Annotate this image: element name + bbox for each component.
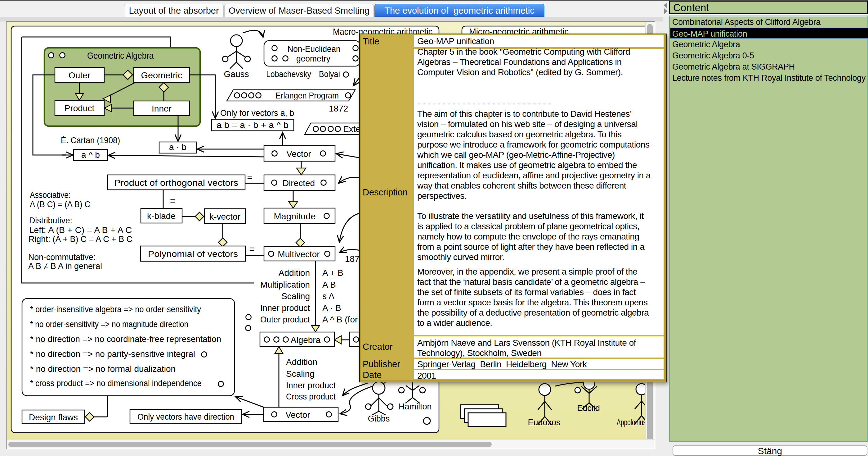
svg-text:* no direction => no formal du: * no direction => no formal dualization: [30, 364, 176, 374]
svg-text:1872: 1872: [329, 104, 348, 113]
svg-text:É. Cartan (1908): É. Cartan (1908): [61, 136, 120, 145]
svg-text:Addition: Addition: [286, 357, 317, 367]
svg-text:Bolyai: Bolyai: [319, 69, 340, 79]
svg-text:a · b: a · b: [169, 142, 186, 152]
svg-text:Gibbs: Gibbs: [368, 414, 390, 423]
svg-text:Outer: Outer: [68, 70, 90, 80]
svg-text:Algebra: Algebra: [291, 335, 321, 345]
svg-text:A ^ B (for: A ^ B (for: [322, 315, 358, 324]
svg-text:Outer product: Outer product: [260, 315, 310, 324]
svg-text:Inner product: Inner product: [260, 303, 310, 313]
svg-text:* no direction => no coordinat: * no direction => no coordinate-free rep…: [30, 334, 221, 344]
svg-text:Only for vectors a, b: Only for vectors a, b: [220, 108, 294, 118]
svg-text:Multivector: Multivector: [278, 250, 319, 259]
svg-text:k-blade: k-blade: [147, 211, 176, 221]
svg-text:Non-Euclidean: Non-Euclidean: [287, 44, 341, 54]
svg-text:Distributive:: Distributive:: [29, 216, 72, 225]
svg-text:Associative:: Associative:: [30, 190, 71, 200]
svg-text:=: =: [247, 172, 252, 182]
svg-text:Geometric: Geometric: [141, 70, 182, 80]
svg-text:Erlangen Program: Erlangen Program: [276, 91, 339, 100]
svg-text:* no order-sensitivity => no m: * no order-sensitivity => no magnitude d…: [30, 319, 188, 329]
svg-text:geometry: geometry: [296, 54, 331, 63]
svg-text:Polynomial of vectors: Polynomial of vectors: [148, 249, 238, 259]
svg-text:Geometric Algebra: Geometric Algebra: [87, 50, 154, 61]
svg-text:A (B + C) = A B + A C: A (B + C) = A B + A C: [48, 225, 132, 235]
svg-text:=: =: [249, 244, 255, 254]
svg-text:* no direction => no parity-se: * no direction => no parity-sensitive in…: [30, 349, 195, 359]
svg-text:Design flaws: Design flaws: [29, 412, 78, 422]
svg-text:Euclid: Euclid: [577, 403, 600, 413]
svg-text:a b = a · b + a ^ b: a b = a · b + a ^ b: [217, 120, 288, 130]
svg-text:s A: s A: [322, 291, 334, 301]
svg-text:Addition: Addition: [279, 268, 310, 278]
svg-text:Vector: Vector: [285, 410, 310, 420]
svg-text:Hamilton: Hamilton: [399, 402, 432, 411]
svg-text:Inner product: Inner product: [286, 380, 336, 390]
svg-text:a ^ b: a ^ b: [81, 150, 100, 160]
svg-text:* cross product => no dimensio: * cross product => no dimensional indepe…: [30, 378, 202, 388]
svg-text:Gauss: Gauss: [224, 69, 249, 79]
svg-text:A (B C) = (A B) C: A (B C) = (A B) C: [30, 199, 90, 209]
svg-text:Only vectors have direction: Only vectors have direction: [137, 412, 234, 422]
svg-text:Scaling: Scaling: [281, 291, 310, 301]
svg-text:A + B: A + B: [322, 268, 343, 278]
svg-text:Product: Product: [64, 104, 95, 113]
svg-text:Cross product: Cross product: [286, 392, 336, 401]
svg-text:Inner: Inner: [152, 104, 172, 113]
svg-text:* order-insensitive algebra =>: * order-insensitive algebra => no order-…: [30, 305, 201, 314]
svg-text:Right: (A + B) C = A C + B C: Right: (A + B) C = A C + B C: [29, 234, 132, 244]
svg-text:Scaling: Scaling: [286, 369, 315, 379]
svg-text:Non-commutative:: Non-commutative:: [28, 252, 96, 262]
svg-text:=: =: [170, 196, 175, 206]
svg-text:Directed: Directed: [283, 178, 315, 188]
svg-text:Lobachevsky: Lobachevsky: [266, 69, 311, 79]
svg-text:Product of orthogonal vectors: Product of orthogonal vectors: [114, 178, 238, 188]
svg-text:Eudoxos: Eudoxos: [528, 418, 560, 427]
svg-text:A B: A B: [322, 280, 336, 289]
svg-text:Vector: Vector: [286, 149, 311, 159]
svg-text:A B ≠ B A in general: A B ≠ B A in general: [28, 261, 102, 271]
svg-text:Left:: Left:: [29, 225, 46, 235]
svg-text:A · B: A · B: [322, 303, 341, 313]
svg-text:Magnitude: Magnitude: [274, 211, 316, 221]
svg-text:k-vector: k-vector: [209, 212, 241, 222]
svg-text:Multiplication: Multiplication: [260, 280, 310, 289]
